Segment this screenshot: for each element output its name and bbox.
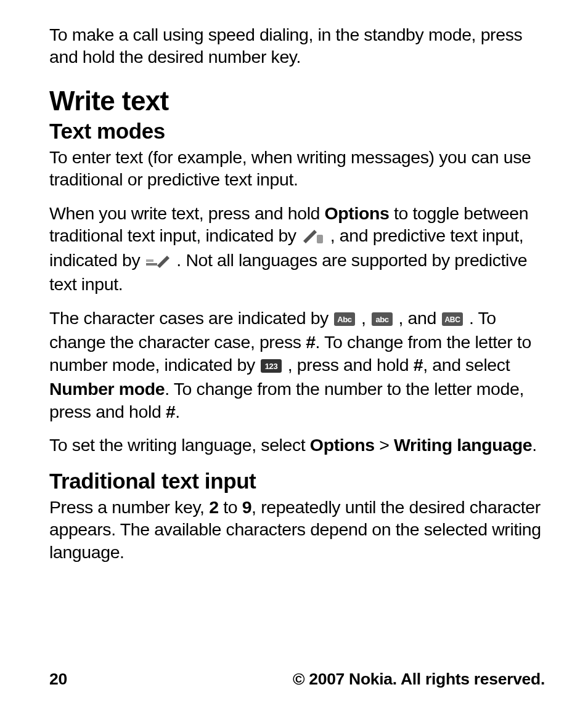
menu-separator: >	[375, 435, 394, 455]
bold-hash: #	[306, 332, 315, 352]
text: To set the writing language, select	[49, 435, 310, 455]
svg-rect-2	[146, 259, 153, 262]
paragraph-writing-language: To set the writing language, select Opti…	[49, 434, 545, 456]
text: , and select	[423, 355, 510, 375]
bold-hash: #	[166, 402, 175, 421]
heading-traditional-text-input: Traditional text input	[49, 469, 545, 493]
pencil-traditional-icon	[302, 226, 324, 248]
intro-paragraph: To make a call using speed dialing, in t…	[49, 23, 545, 68]
bold-writing-language: Writing language	[394, 435, 532, 455]
svg-rect-0	[317, 235, 323, 243]
text: .	[175, 402, 180, 421]
paragraph-character-cases: The character cases are indicated by Abc…	[49, 307, 545, 423]
pencil-predictive-icon	[146, 251, 171, 273]
text: When you write text, press and hold	[49, 203, 325, 223]
paragraph-text-modes-intro: To enter text (for example, when writing…	[49, 146, 545, 191]
bold-number-mode: Number mode	[49, 379, 165, 399]
text: Press a number key,	[49, 497, 209, 517]
number-mode-123-icon: 123	[261, 355, 282, 378]
paragraph-toggle-input: When you write text, press and hold Opti…	[49, 202, 545, 296]
heading-write-text: Write text	[49, 86, 545, 116]
svg-rect-1	[146, 263, 157, 266]
bold-options: Options	[325, 203, 390, 223]
bold-options: Options	[310, 435, 375, 455]
case-abc-title-icon: Abc	[334, 309, 355, 331]
case-abc-upper-icon: ABC	[442, 309, 463, 331]
text: .	[532, 435, 537, 455]
text: ,	[356, 308, 370, 328]
heading-text-modes: Text modes	[49, 119, 545, 144]
page-footer: 20 © 2007 Nokia. All rights reserved.	[49, 670, 545, 689]
svg-text:Abc: Abc	[338, 315, 353, 324]
svg-text:123: 123	[265, 362, 278, 371]
page-number: 20	[49, 670, 67, 689]
bold-key-9: 9	[242, 497, 251, 517]
bold-key-2: 2	[209, 497, 218, 517]
svg-text:ABC: ABC	[445, 315, 461, 324]
bold-hash: #	[414, 355, 423, 375]
page: To make a call using speed dialing, in t…	[0, 0, 588, 727]
text: The character cases are indicated by	[49, 308, 333, 328]
text: , press and hold	[283, 355, 413, 375]
text: , and	[394, 308, 441, 328]
case-abc-lower-icon: abc	[372, 309, 393, 331]
svg-text:abc: abc	[375, 315, 388, 324]
paragraph-traditional-input: Press a number key, 2 to 9, repeatedly u…	[49, 496, 545, 563]
copyright: © 2007 Nokia. All rights reserved.	[293, 670, 545, 689]
text: to	[219, 497, 242, 517]
